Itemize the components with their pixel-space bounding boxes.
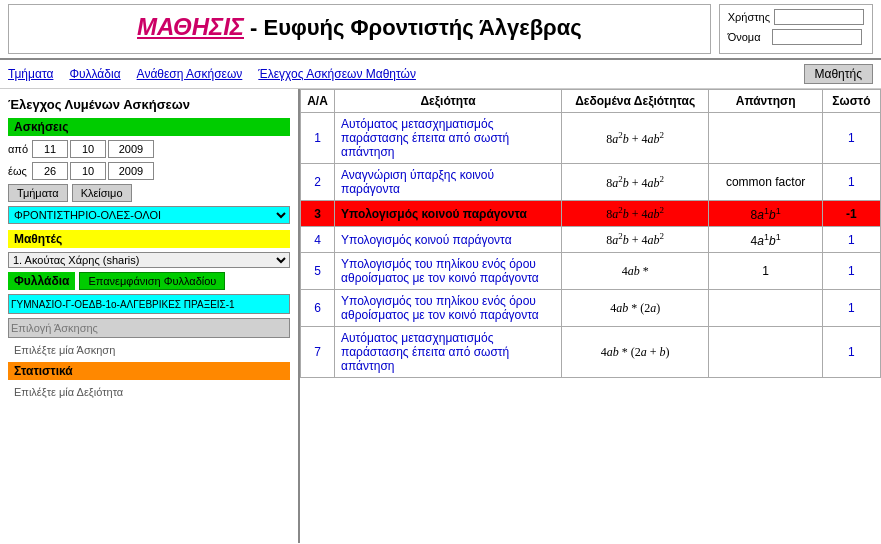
user-input[interactable] bbox=[774, 9, 864, 25]
eos-day-input[interactable] bbox=[32, 162, 68, 180]
cell-answer bbox=[709, 327, 822, 378]
cell-answer bbox=[709, 290, 822, 327]
cell-aa: 4 bbox=[301, 227, 335, 253]
nav-anadosi[interactable]: Ανάθεση Ασκήσεων bbox=[137, 67, 243, 81]
header-aa: Α/Α bbox=[301, 90, 335, 113]
header-data: Δεδομένα Δεξιότητας bbox=[561, 90, 708, 113]
cell-skill: Αυτόματος μετασχηματισμός παράστασης έπε… bbox=[335, 113, 562, 164]
kleisimo-button[interactable]: Κλείσιμο bbox=[72, 184, 132, 202]
cell-answer: common factor bbox=[709, 164, 822, 201]
title-box: ΜΑΘΗΣΙΣ - Ευφυής Φροντιστής Άλγεβρας bbox=[8, 4, 711, 54]
name-label: Όνομα bbox=[728, 31, 768, 43]
cell-answer: 8a1b1 bbox=[709, 201, 822, 227]
cell-data: 4ab * bbox=[561, 253, 708, 290]
epanembfanisi-button[interactable]: Επανεμφάνιση Φυλλαδίου bbox=[79, 272, 225, 290]
cell-data: 4ab * (2a) bbox=[561, 290, 708, 327]
cell-answer: 4a1b1 bbox=[709, 227, 822, 253]
table-row: 5Υπολογισμός του πηλίκου ενός όρου αθροί… bbox=[301, 253, 881, 290]
table-row: 2Αναγνώριση ύπαρξης κοινού παράγοντα8a2b… bbox=[301, 164, 881, 201]
title-rest: - Ευφυής Φροντιστής Άλγεβρας bbox=[244, 15, 582, 40]
askiseis-label: Ασκήσεις bbox=[8, 118, 290, 136]
cell-data: 8a2b + 4ab2 bbox=[561, 164, 708, 201]
cell-skill: Υπολογισμός του πηλίκου ενός όρου αθροίσ… bbox=[335, 290, 562, 327]
cell-aa: 7 bbox=[301, 327, 335, 378]
tmimata-kleisimo-row: Τμήματα Κλείσιμο bbox=[8, 184, 290, 202]
cell-aa: 3 bbox=[301, 201, 335, 227]
statistika-label: Στατιστικά bbox=[8, 362, 290, 380]
cell-correct: 1 bbox=[822, 113, 880, 164]
sidebar: Έλεγχος Λυμένων Ασκήσεων Ασκήσεις από έω… bbox=[0, 89, 300, 543]
user-box: Χρήστης Όνομα bbox=[719, 4, 873, 54]
name-input[interactable] bbox=[772, 29, 862, 45]
table-row: 7Αυτόματος μετασχηματισμός παράστασης έπ… bbox=[301, 327, 881, 378]
eos-year-input[interactable] bbox=[108, 162, 154, 180]
nav-bar: Τμήματα Φυλλάδια Ανάθεση Ασκήσεων Έλεγχο… bbox=[0, 60, 881, 89]
name-row: Όνομα bbox=[728, 29, 864, 45]
cell-skill: Υπολογισμός του πηλίκου ενός όρου αθροίσ… bbox=[335, 253, 562, 290]
apo-day-input[interactable] bbox=[32, 140, 68, 158]
table-row: 4Υπολογισμός κοινού παράγοντα8a2b + 4ab2… bbox=[301, 227, 881, 253]
cell-aa: 1 bbox=[301, 113, 335, 164]
sidebar-title: Έλεγχος Λυμένων Ασκήσεων bbox=[8, 97, 290, 112]
cell-data: 8a2b + 4ab2 bbox=[561, 227, 708, 253]
epilexte-dexiotita: Επιλέξτε μία Δεξιότητα bbox=[8, 384, 290, 400]
tmimata-button[interactable]: Τμήματα bbox=[8, 184, 68, 202]
cell-correct: 1 bbox=[822, 290, 880, 327]
eos-label: έως bbox=[8, 165, 30, 177]
date-eos-row: έως bbox=[8, 162, 290, 180]
header-correct: Σωστό bbox=[822, 90, 880, 113]
table-row: 6Υπολογισμός του πηλίκου ενός όρου αθροί… bbox=[301, 290, 881, 327]
cell-data: 8a2b + 4ab2 bbox=[561, 201, 708, 227]
cell-skill: Υπολογισμός κοινού παράγοντα bbox=[335, 227, 562, 253]
nav-tmimata[interactable]: Τμήματα bbox=[8, 67, 53, 81]
cell-correct: 1 bbox=[822, 227, 880, 253]
user-label: Χρήστης bbox=[728, 11, 770, 23]
eos-month-input[interactable] bbox=[70, 162, 106, 180]
apo-year-input[interactable] bbox=[108, 140, 154, 158]
data-table: Α/Α Δεξιότητα Δεδομένα Δεξιότητας Απάντη… bbox=[300, 89, 881, 378]
header-answer: Απάντηση bbox=[709, 90, 822, 113]
cell-data: 4ab * (2a + b) bbox=[561, 327, 708, 378]
cell-correct: -1 bbox=[822, 201, 880, 227]
mathites-label: Μαθητές bbox=[8, 230, 290, 248]
apo-month-input[interactable] bbox=[70, 140, 106, 158]
cell-correct: 1 bbox=[822, 327, 880, 378]
cell-correct: 1 bbox=[822, 164, 880, 201]
table-header-row: Α/Α Δεξιότητα Δεδομένα Δεξιότητας Απάντη… bbox=[301, 90, 881, 113]
cell-aa: 6 bbox=[301, 290, 335, 327]
header-skill: Δεξιότητα bbox=[335, 90, 562, 113]
fylladia-row: Φυλλάδια Επανεμφάνιση Φυλλαδίου bbox=[8, 272, 290, 290]
user-row: Χρήστης bbox=[728, 9, 864, 25]
mathitis-button[interactable]: Μαθητής bbox=[804, 64, 873, 84]
cell-skill: Αυτόματος μετασχηματισμός παράστασης έπε… bbox=[335, 327, 562, 378]
cell-skill: Αναγνώριση ύπαρξης κοινού παράγοντα bbox=[335, 164, 562, 201]
cell-aa: 2 bbox=[301, 164, 335, 201]
mathisis-title: ΜΑΘΗΣΙΣ bbox=[137, 13, 244, 40]
epilogi-askisis-input[interactable] bbox=[8, 318, 290, 338]
header: ΜΑΘΗΣΙΣ - Ευφυής Φροντιστής Άλγεβρας Χρή… bbox=[0, 0, 881, 60]
cell-skill: Υπολογισμός κοινού παράγοντα bbox=[335, 201, 562, 227]
table-row: 3Υπολογισμός κοινού παράγοντα8a2b + 4ab2… bbox=[301, 201, 881, 227]
epilexte-askisi: Επιλέξτε μία Άσκηση bbox=[8, 342, 290, 358]
apo-label: από bbox=[8, 143, 30, 155]
cell-aa: 5 bbox=[301, 253, 335, 290]
fylladia-value: ΓΥΜΝΑΣΙΟ-Γ-ΟΕΔΒ-1ο-ΑΛΓΕΒΡΙΚΕΣ ΠΡΑΞΕΙΣ-1 bbox=[8, 294, 290, 314]
nav-elegxos[interactable]: Έλεγχος Ασκήσεων Μαθητών bbox=[258, 67, 416, 81]
nav-fylladia[interactable]: Φυλλάδια bbox=[69, 67, 120, 81]
content-area: Α/Α Δεξιότητα Δεδομένα Δεξιότητας Απάντη… bbox=[300, 89, 881, 543]
student-select[interactable]: 1. Ακούτας Χάρης (sharis) bbox=[8, 252, 290, 268]
table-row: 1Αυτόματος μετασχηματισμός παράστασης έπ… bbox=[301, 113, 881, 164]
cell-answer bbox=[709, 113, 822, 164]
school-select[interactable]: ΦΡΟΝΤΙΣΤΗΡΙΟ-ΟΛΕΣ-ΟΛΟΙ bbox=[8, 206, 290, 224]
date-apo-row: από bbox=[8, 140, 290, 158]
fylladia-label: Φυλλάδια bbox=[8, 272, 75, 290]
cell-data: 8a2b + 4ab2 bbox=[561, 113, 708, 164]
cell-answer: 1 bbox=[709, 253, 822, 290]
cell-correct: 1 bbox=[822, 253, 880, 290]
main-layout: Έλεγχος Λυμένων Ασκήσεων Ασκήσεις από έω… bbox=[0, 89, 881, 543]
